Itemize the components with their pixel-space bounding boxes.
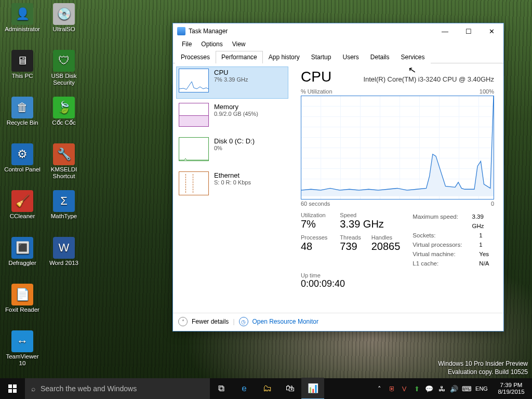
desktop-icon-foxit-reader[interactable]: 📄Foxit Reader [3, 284, 42, 313]
y-axis-max: 100% [480, 88, 494, 95]
tab-startup[interactable]: Startup [305, 51, 337, 63]
security-icon[interactable]: ⛨ [385, 378, 398, 399]
cpu-model: Intel(R) Core(TM) i3-3240 CPU @ 3.40GHz [363, 75, 494, 83]
spec-key: Virtual machine: [413, 249, 470, 259]
language-indicator[interactable]: ENG [473, 378, 490, 399]
window-title: Task Manager [189, 28, 228, 35]
resource-monitor-icon: ◷ [239, 317, 248, 326]
desktop-icon-defraggler[interactable]: 🔳Defraggler [3, 237, 42, 267]
utilization-value: 7% [301, 218, 327, 230]
window-footer: ˄ Fewer details | ◷ Open Resource Monito… [173, 313, 503, 330]
perf-card-eth[interactable]: EthernetS: 0 R: 0 Kbps [176, 169, 288, 202]
maximize-button[interactable]: ☐ [457, 24, 480, 39]
desktop-icon-ccleaner[interactable]: 🧹CCleaner [3, 190, 42, 220]
task-view-button[interactable]: ⧉ [210, 378, 233, 399]
x-axis-right: 0 [491, 201, 494, 207]
perf-card-mem[interactable]: Memory0.9/2.0 GB (45%) [176, 101, 288, 133]
tab-processes[interactable]: Processes [175, 51, 216, 63]
speed-value: 3.39 GHz [340, 218, 400, 230]
taskbar-clock[interactable]: 7:39 PM 8/19/2015 [490, 382, 532, 395]
desktop-icon-recycle-bin[interactable]: 🗑Recycle Bin [3, 97, 42, 126]
tab-performance[interactable]: Performance [216, 51, 263, 63]
perf-card-cpu[interactable]: CPU7% 3.39 GHz [176, 66, 288, 99]
edge-icon[interactable]: e [233, 378, 256, 399]
uptime-label: Up time [301, 272, 494, 278]
svg-rect-0 [8, 384, 12, 388]
network-icon[interactable]: 🖧 [435, 378, 448, 399]
spec-key: Sockets: [413, 231, 470, 240]
spec-value: Yes [479, 249, 489, 259]
desktop-icon-teamviewer-10[interactable]: ↔TeamViewer 10 [3, 330, 42, 367]
store-icon[interactable]: 🛍 [278, 378, 301, 399]
desktop-icon-administrator[interactable]: 👤Administrator [3, 3, 42, 33]
uptime-value: 0:00:09:40 [301, 278, 494, 289]
stat-label: Threads [340, 234, 361, 241]
open-resource-monitor-link[interactable]: Open Resource Monitor [252, 318, 318, 325]
system-tray: ˄ ⛨ V ⬆ 💬 🖧 🔊 ⌨ ENG 7:39 PM 8/19/2015 [373, 378, 532, 399]
handles-value: 20865 [371, 241, 401, 252]
windows-watermark: Windows 10 Pro Insider Preview Evaluatio… [438, 360, 528, 376]
app-icon [177, 27, 185, 35]
desktop-icon-this-pc[interactable]: 🖥This PC [3, 50, 42, 79]
spec-value: 1 [479, 231, 482, 240]
task-manager-window: Task Manager — ☐ ✕ FileOptionsView Proce… [172, 23, 504, 331]
stat-label: Processes [301, 234, 327, 241]
desktop-icon-c-c-c-c[interactable]: 🍃Cốc Cốc [45, 97, 83, 126]
fewer-details-link[interactable]: Fewer details [192, 318, 229, 325]
tab-app-history[interactable]: App history [263, 51, 305, 63]
threads-value: 739 [340, 241, 361, 252]
desktop-icon-usb-disk-security[interactable]: 🛡USB Disk Security [45, 50, 83, 86]
svg-rect-2 [8, 389, 12, 393]
volume-icon[interactable]: 🔊 [448, 378, 460, 399]
keyboard-icon[interactable]: ⌨ [460, 378, 473, 399]
taskbar: ⌕ Search the web and Windows ⧉ e 🗂 🛍 📊 ˄… [0, 378, 532, 399]
vivaldi-icon[interactable]: V [398, 378, 410, 399]
desktop-icon-mathtype[interactable]: ΣMathType [45, 190, 83, 220]
performance-sidebar: CPU7% 3.39 GHzMemory0.9/2.0 GB (45%)Disk… [173, 63, 291, 313]
tab-details[interactable]: Details [365, 51, 395, 63]
stat-label: Handles [371, 234, 401, 241]
cpu-utilization-chart [301, 96, 494, 200]
spec-key: Maximum speed: [413, 212, 462, 231]
tray-overflow-icon[interactable]: ˄ [373, 378, 385, 399]
tab-services[interactable]: Services [395, 51, 431, 63]
cpu-detail-pane: CPU Intel(R) Core(TM) i3-3240 CPU @ 3.40… [291, 63, 503, 313]
tab-users[interactable]: Users [337, 51, 364, 63]
menu-view[interactable]: View [228, 39, 250, 50]
y-axis-label: % Utilization [301, 88, 332, 95]
processes-value: 48 [301, 241, 327, 252]
close-button[interactable]: ✕ [480, 24, 503, 39]
search-input[interactable]: ⌕ Search the web and Windows [25, 378, 210, 399]
tab-strip: ProcessesPerformanceApp historyStartupUs… [173, 50, 503, 63]
cpu-spec-list: Maximum speed:3.39 GHzSockets:1Virtual p… [413, 212, 494, 268]
x-axis-left: 60 seconds [301, 201, 330, 207]
search-icon: ⌕ [31, 384, 35, 393]
menu-file[interactable]: File [177, 39, 196, 50]
spec-key: L1 cache: [413, 259, 470, 268]
spec-value: N/A [479, 259, 489, 268]
desktop-icon-ultralso[interactable]: 💿UltralSO [45, 3, 83, 33]
perf-card-disk[interactable]: Disk 0 (C: D:)0% [176, 135, 288, 167]
chevron-up-icon[interactable]: ˄ [178, 317, 188, 326]
svg-rect-3 [13, 389, 17, 393]
stat-label: Utilization [301, 212, 327, 218]
onedrive-icon[interactable]: ⬆ [410, 378, 423, 399]
task-manager-taskbar-icon[interactable]: 📊 [301, 378, 324, 399]
spec-key: Virtual processors: [413, 240, 470, 249]
desktop-icon-kmseldi-shortcut[interactable]: 🔧KMSELDI Shortcut [45, 143, 83, 180]
stat-label: Speed [340, 212, 400, 218]
titlebar[interactable]: Task Manager — ☐ ✕ [173, 23, 503, 39]
spec-value: 1 [479, 240, 482, 249]
menu-options[interactable]: Options [196, 39, 227, 50]
minimize-button[interactable]: — [433, 24, 457, 39]
start-button[interactable] [0, 378, 25, 399]
svg-rect-1 [13, 384, 17, 388]
file-explorer-icon[interactable]: 🗂 [256, 378, 278, 399]
desktop-icon-control-panel[interactable]: ⚙Control Panel [3, 143, 42, 173]
cpu-heading: CPU [301, 69, 331, 85]
spec-value: 3.39 GHz [472, 212, 494, 231]
action-center-icon[interactable]: 💬 [423, 378, 435, 399]
menu-bar: FileOptionsView [173, 39, 503, 50]
desktop-icon-word-2013[interactable]: WWord 2013 [45, 237, 83, 267]
